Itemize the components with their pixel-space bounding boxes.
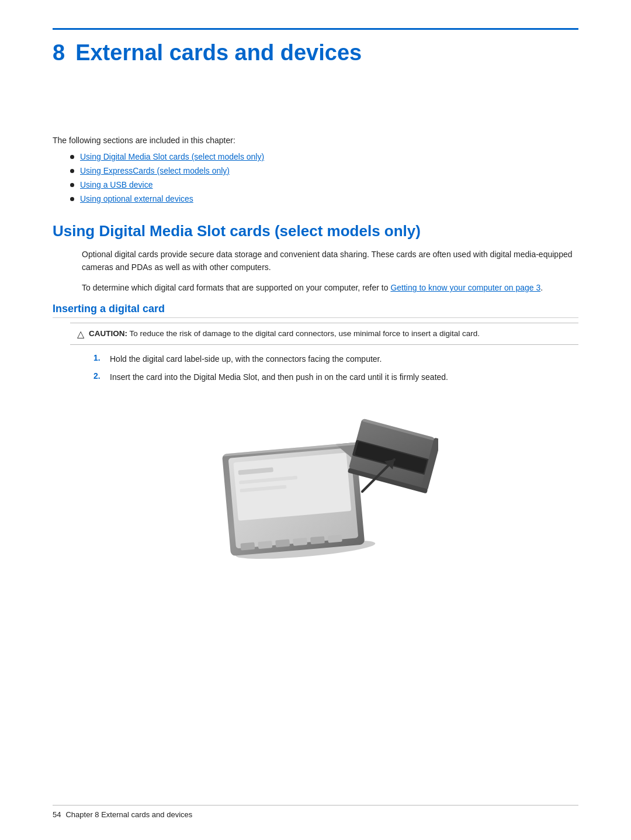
toc-bullet [70, 169, 74, 173]
section1-body2-suffix: . [540, 283, 543, 292]
section1-body2-link[interactable]: Getting to know your computer on page 3 [390, 283, 540, 292]
toc-bullet [70, 183, 74, 187]
toc-intro: The following sections are included in t… [53, 136, 578, 145]
chapter-header: 8 External cards and devices [53, 28, 578, 65]
footer-chapter: Chapter 8 External cards and devices [65, 810, 192, 819]
section1-body2: To determine which digital card formats … [82, 282, 578, 295]
toc-item-expresscards: Using ExpressCards (select models only) [70, 166, 578, 175]
toc-bullet [70, 155, 74, 159]
step-1: 1. Hold the digital card label-side up, … [93, 353, 578, 365]
caution-triangle-icon: △ [77, 329, 84, 340]
steps-list: 1. Hold the digital card label-side up, … [93, 353, 578, 383]
toc-link-optional[interactable]: Using optional external devices [80, 194, 193, 203]
section1-heading: Using Digital Media Slot cards (select m… [53, 222, 578, 240]
step-2-text: Insert the card into the Digital Media S… [110, 371, 448, 383]
step-2-num: 2. [93, 371, 104, 381]
svg-rect-9 [310, 537, 325, 545]
toc-link-expresscards[interactable]: Using ExpressCards (select models only) [80, 166, 230, 175]
toc-link-usb[interactable]: Using a USB device [80, 180, 153, 189]
footer-page: 54 [53, 810, 61, 819]
toc-item-optional: Using optional external devices [70, 194, 578, 203]
svg-rect-6 [258, 541, 272, 549]
section1-body2-prefix: To determine which digital card formats … [82, 283, 390, 292]
toc-link-digital-media[interactable]: Using Digital Media Slot cards (select m… [80, 152, 264, 161]
svg-rect-5 [240, 542, 255, 551]
caution-label: CAUTION: [89, 329, 127, 338]
footer: 54 Chapter 8 External cards and devices [53, 805, 578, 819]
toc-item-usb: Using a USB device [70, 180, 578, 189]
chapter-title: 8 External cards and devices [53, 40, 578, 65]
chapter-title-text: External cards and devices [75, 40, 362, 65]
toc-item-digital-media: Using Digital Media Slot cards (select m… [70, 152, 578, 161]
svg-rect-8 [293, 538, 307, 546]
svg-rect-4 [233, 453, 351, 521]
subsection1-heading: Inserting a digital card [53, 303, 578, 318]
caution-body: To reduce the risk of damage to the digi… [130, 329, 480, 338]
svg-rect-10 [328, 535, 342, 543]
chapter-number: 8 [53, 40, 65, 65]
svg-rect-7 [275, 540, 290, 548]
card-illustration [193, 401, 438, 588]
step-1-text: Hold the digital card label-side up, wit… [110, 353, 382, 365]
toc-bullet [70, 197, 74, 201]
toc-list: Using Digital Media Slot cards (select m… [70, 152, 578, 203]
page-container: 8 External cards and devices The followi… [0, 0, 631, 840]
caution-box: △ CAUTION: To reduce the risk of damage … [70, 323, 578, 345]
caution-text: CAUTION: To reduce the risk of damage to… [89, 328, 480, 340]
step-2: 2. Insert the card into the Digital Medi… [93, 371, 578, 383]
section1-body1: Optional digital cards provide secure da… [82, 248, 578, 274]
step-1-num: 1. [93, 353, 104, 362]
card-image-container [53, 401, 578, 588]
